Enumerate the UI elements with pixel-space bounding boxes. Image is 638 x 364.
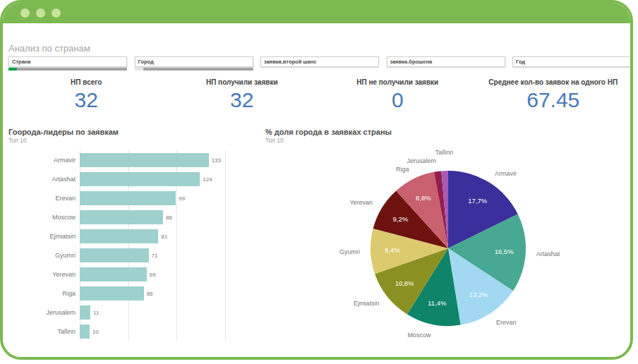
filter-Страна[interactable]: Страна (8, 56, 127, 71)
window-control-dot[interactable] (52, 8, 61, 18)
bar-value-label: 66 (147, 290, 153, 296)
kpi-label: НП не получили заявки (320, 78, 476, 86)
pie-percent-label: 9,4% (385, 246, 400, 254)
pie-percent-label: 11,4% (428, 299, 447, 307)
kpi-card: НП не получили заявки0 (320, 78, 476, 112)
bar-track: 69 (80, 267, 225, 281)
bar-track: 133 (80, 153, 225, 167)
filter-label[interactable]: Страна (8, 56, 127, 67)
pie-slice-label: Gyumri (339, 248, 360, 255)
bar-track: 86 (80, 210, 225, 224)
pie-slice-label: Armavir (495, 170, 517, 177)
bar-value-label: 71 (152, 252, 158, 258)
kpi-label: НП получили заявки (164, 78, 320, 86)
bar-row: Artashat124 (8, 169, 263, 188)
pie-chart-panel: % доля города в заявках страны Топ 10 17… (265, 128, 633, 357)
bar-Riga[interactable] (80, 286, 144, 301)
kpi-row: НП всего32НП получили заявки32НП не полу… (8, 78, 631, 112)
bar-category-label: Artashat (8, 176, 80, 183)
bar-track: 81 (80, 229, 225, 243)
scrollbar-thumb[interactable] (135, 68, 143, 71)
bar-Armavir[interactable] (80, 153, 209, 167)
bar-row: Yerevan69 (8, 265, 263, 284)
bar-value-label: 10 (92, 328, 99, 334)
bar-track: 124 (80, 172, 225, 186)
bar-category-label: Jerusalem (8, 309, 80, 316)
bar-Erevan[interactable] (80, 191, 176, 205)
filter-Год[interactable]: Год (512, 56, 631, 71)
filter-label[interactable]: заявка.второй шанс (260, 56, 379, 67)
kpi-label: Среднее кол-во заявок на одного НП (476, 78, 632, 86)
kpi-card: НП получили заявки32 (164, 78, 320, 112)
pie-slice-label: Yerevan (349, 199, 373, 206)
filter-Город[interactable]: Город (135, 56, 253, 71)
pie-slice-label: Erevan (496, 319, 517, 326)
bar-value-label: 86 (166, 214, 172, 220)
bar-Moscow[interactable] (80, 210, 163, 224)
window-control-dot[interactable] (36, 8, 45, 18)
bar-Ejmiatsin[interactable] (80, 229, 158, 243)
bar-category-label: Ejmiatsin (8, 233, 80, 240)
bar-row: Riga66 (8, 284, 263, 303)
pie-percent-label: 16,5% (495, 248, 514, 255)
bar-track: 66 (80, 286, 225, 301)
filter-label[interactable]: заявка.брошена (387, 56, 505, 67)
bar-category-label: Moscow (8, 214, 80, 221)
pie-slice-label: Ejmiatsin (354, 300, 380, 307)
pie-percent-label: 17,7% (468, 197, 487, 205)
bar-category-label: Armavir (8, 157, 80, 164)
bar-category-label: Gyumri (8, 252, 80, 259)
scrollbar-thumb[interactable] (8, 68, 17, 71)
bar-value-label: 99 (179, 195, 185, 201)
bar-chart-panel: Гоорода-лидеры по заявкам Топ 10 Armavir… (8, 128, 263, 341)
bar-value-label: 133 (212, 157, 221, 163)
bar-value-label: 11 (93, 309, 99, 315)
bar-track: 11 (80, 305, 225, 320)
filter-scrollbar[interactable] (8, 68, 127, 71)
pie-slice-label: Tallinn (435, 149, 454, 156)
kpi-value: 67.45 (476, 88, 632, 112)
bar-value-label: 81 (161, 233, 167, 239)
filter-label[interactable]: Город (135, 56, 253, 67)
bar-chart-rows: Armavir133Artashat124Erevan99Moscow86Ejm… (8, 150, 263, 341)
dashboard-content: Анализ по странам СтранаГородзаявка.втор… (3, 23, 630, 357)
kpi-card: Среднее кол-во заявок на одного НП67.45 (476, 78, 632, 112)
bar-Gyumri[interactable] (80, 248, 149, 262)
bar-Jerusalem[interactable] (80, 305, 90, 320)
bar-category-label: Erevan (8, 195, 80, 202)
bar-Yerevan[interactable] (80, 267, 147, 281)
kpi-value: 32 (8, 88, 164, 112)
kpi-value: 32 (164, 88, 320, 112)
kpi-card: НП всего32 (8, 78, 164, 112)
bar-row: Tallinn10 (8, 322, 263, 341)
bar-chart-title: Гоорода-лидеры по заявкам (8, 128, 263, 136)
window-control-dot[interactable] (20, 8, 30, 18)
filter-bar: СтранаГородзаявка.второй шансзаявка.брош… (8, 56, 631, 71)
pie-chart-subtitle: Топ 10 (265, 137, 633, 144)
page-title: Анализ по странам (8, 43, 90, 54)
bar-value-label: 69 (150, 271, 156, 277)
pie-slice-label: Jerusalem (407, 157, 437, 164)
filter-заявка.второй шанс[interactable]: заявка.второй шанс (260, 56, 379, 71)
kpi-value: 0 (320, 88, 476, 112)
bar-category-label: Yerevan (8, 271, 80, 278)
bar-row: Gyumri71 (8, 245, 263, 265)
pie-percent-label: 9,2% (392, 215, 408, 223)
bar-Artashat[interactable] (80, 172, 200, 186)
bar-Tallinn[interactable] (80, 324, 90, 339)
pie-percent-label: 8,8% (416, 194, 431, 202)
bar-category-label: Tallinn (8, 328, 80, 335)
pie-percent-label: 13,2% (469, 291, 488, 298)
kpi-label: НП всего (8, 78, 164, 86)
pie-chart[interactable]: 17,7%16,5%13,2%11,4%10,8%9,4%9,2%8,8%Arm… (265, 145, 633, 357)
filter-заявка.брошена[interactable]: заявка.брошена (387, 56, 505, 71)
bar-value-label: 124 (203, 176, 212, 182)
bar-row: Ejmiatsin81 (8, 226, 263, 245)
pie-chart-title: % доля города в заявках страны (265, 128, 633, 136)
filter-scrollbar[interactable] (135, 68, 253, 71)
filter-label[interactable]: Год (512, 56, 631, 67)
pie-slice-label: Artashat (536, 250, 560, 257)
bar-chart[interactable]: Armavir133Artashat124Erevan99Moscow86Ejm… (8, 150, 263, 341)
app-window: Анализ по странам СтранаГородзаявка.втор… (0, 0, 633, 360)
pie-percent-label: 10,8% (395, 279, 414, 287)
